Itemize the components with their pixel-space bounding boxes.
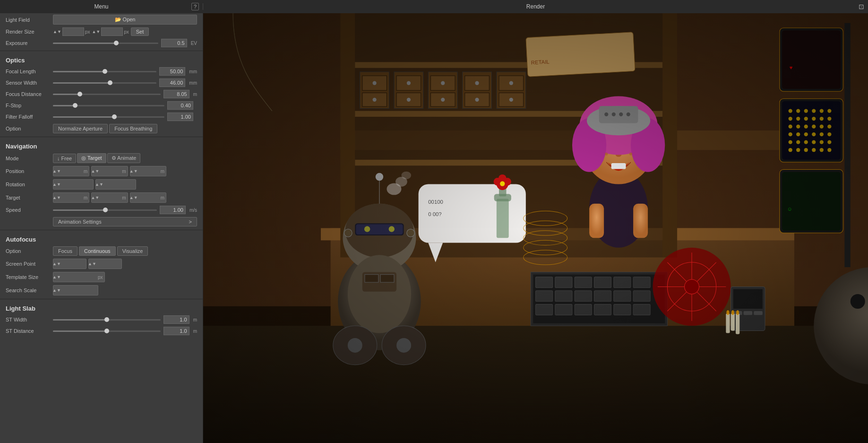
rotation-y-down[interactable]: ▲▼	[96, 180, 103, 189]
free-mode-button[interactable]: ↓ Free	[53, 154, 76, 163]
rotation-y-input[interactable]: 0.0	[103, 182, 136, 187]
rotation-x-down[interactable]: ▲▼	[53, 180, 60, 189]
target-z-down[interactable]: ▲▼	[130, 193, 137, 202]
fstop-slider-wrap: 0.40	[53, 101, 197, 110]
target-y-down[interactable]: ▲▼	[92, 193, 98, 202]
animate-mode-button[interactable]: ⚙ Animate	[107, 153, 141, 163]
screen-point-y-input[interactable]: 0.61	[95, 261, 121, 267]
focus-distance-label: Focus Distance	[6, 91, 53, 97]
screen-point-row: Screen Point ▲▼ 0.59 ▲▼ 0.61	[0, 257, 203, 270]
focal-length-unit: mm	[189, 69, 197, 74]
position-z-down[interactable]: ▲▼	[130, 166, 137, 176]
help-button[interactable]: ?	[191, 3, 199, 10]
focal-length-value[interactable]: 50.00	[159, 67, 185, 76]
exposure-slider[interactable]	[53, 43, 158, 44]
target-y-wrap: ▲▼ 0.000 m	[91, 192, 128, 203]
focus-button[interactable]: Focus	[53, 246, 77, 256]
focus-distance-slider[interactable]	[53, 94, 161, 95]
position-label: Position	[6, 168, 53, 174]
screen-point-label: Screen Point	[6, 261, 53, 267]
render-height-input[interactable]: 680	[101, 27, 123, 36]
height-unit: px	[124, 29, 129, 35]
ts-btn[interactable]: ▲▼	[53, 272, 60, 282]
optics-option-label: Option	[6, 126, 53, 131]
search-scale-wrap: ▲▼ 2.0	[53, 285, 98, 295]
speed-value[interactable]: 1.00	[160, 206, 186, 214]
template-size-input[interactable]: 64	[60, 274, 98, 280]
target-x-wrap: ▲▼ 0.000 m	[53, 192, 89, 203]
render-panel: RETAIL ♥	[203, 13, 868, 443]
st-width-value[interactable]: 1.0	[163, 315, 189, 324]
position-z-input[interactable]: 0.200	[137, 168, 161, 174]
position-x-down[interactable]: ▲▼	[53, 166, 60, 176]
st-width-slider-wrap: 1.0 m	[53, 315, 197, 324]
exposure-row: Exposure 0.5 EV	[0, 37, 203, 49]
speed-slider[interactable]	[53, 209, 157, 211]
position-y-input[interactable]: 0.000	[98, 168, 122, 174]
focal-length-row: Focal Length 50.00 mm	[0, 66, 203, 77]
filter-falloff-value[interactable]: 1.00	[167, 113, 193, 121]
height-spin-down[interactable]: ▲▼	[92, 29, 100, 34]
sp-x-btn[interactable]: ▲▼	[53, 259, 60, 269]
sp-y-btn[interactable]: ▲▼	[89, 259, 95, 269]
filter-falloff-slider[interactable]	[53, 116, 164, 118]
target-z-input[interactable]: -3.000	[137, 195, 161, 200]
fstop-value[interactable]: 0.40	[167, 101, 193, 110]
ss-btn[interactable]: ▲▼	[53, 286, 60, 295]
autofocus-option-group: Focus Continuous Visualize	[53, 246, 197, 256]
main-layout: Light Field 📂 Open Render Size ▲▼ 1020 p…	[0, 13, 868, 443]
st-distance-slider-wrap: 1.0 m	[53, 327, 197, 335]
rotation-y-wrap: ▲▼ 0.0	[95, 179, 136, 190]
st-distance-label: ST Distance	[6, 328, 53, 334]
position-y-down[interactable]: ▲▼	[92, 166, 98, 176]
st-distance-row: ST Distance 1.0 m	[0, 325, 203, 337]
position-z-unit: m	[161, 169, 166, 174]
focus-distance-value[interactable]: 8.05	[163, 90, 189, 98]
fstop-slider[interactable]	[53, 105, 164, 106]
st-distance-slider[interactable]	[53, 330, 161, 332]
visualize-button[interactable]: Visualize	[117, 246, 148, 256]
render-width-input[interactable]: 1020	[62, 27, 84, 36]
animation-settings-button[interactable]: Animation Settings >	[53, 217, 197, 226]
target-row: Target ▲▼ 0.000 m ▲▼ 0.000 m ▲▼ -3.000 m	[0, 191, 203, 204]
width-spin-down[interactable]: ▲▼	[53, 29, 61, 34]
navigation-header: Navigation	[0, 139, 203, 152]
nav-mode-group: ↓ Free ◎ Target ⚙ Animate	[53, 153, 197, 163]
exposure-value[interactable]: 0.5	[161, 39, 187, 47]
target-x-down[interactable]: ▲▼	[53, 193, 60, 202]
target-mode-button[interactable]: ◎ Target	[77, 153, 106, 163]
animation-settings-arrow: >	[189, 219, 192, 225]
sensor-width-value[interactable]: 46.00	[159, 78, 185, 87]
open-button[interactable]: 📂 Open	[53, 15, 197, 25]
normalize-aperture-button[interactable]: Normalize Aperture	[53, 124, 108, 133]
continuous-button[interactable]: Continuous	[79, 246, 116, 256]
focal-length-slider[interactable]	[53, 71, 156, 72]
sensor-width-label: Sensor Width	[6, 80, 53, 86]
rotation-x-input[interactable]: 0.0	[60, 182, 93, 187]
render-width-wrap: ▲▼ 1020 px	[53, 27, 90, 36]
focus-breathing-button[interactable]: Focus Breathing	[109, 124, 157, 133]
sensor-width-slider[interactable]	[53, 82, 156, 84]
autofocus-header: Autofocus	[0, 232, 203, 245]
screen-point-inputs: ▲▼ 0.59 ▲▼ 0.61	[53, 259, 197, 269]
speed-row: Speed 1.00 m/s	[0, 204, 203, 216]
search-scale-input[interactable]: 2.0	[60, 287, 98, 293]
optics-option-group: Normalize Aperture Focus Breathing	[53, 124, 197, 133]
autofocus-option-row: Option Focus Continuous Visualize	[0, 245, 203, 257]
position-x-input[interactable]: 0.000	[60, 168, 84, 174]
screen-point-x-input[interactable]: 0.59	[60, 261, 86, 267]
svg-rect-188	[203, 13, 868, 443]
set-button[interactable]: Set	[131, 27, 149, 36]
sensor-width-unit: mm	[189, 80, 197, 86]
anim-settings-content: Animation Settings >	[53, 217, 197, 226]
nav-mode-row: Mode ↓ Free ◎ Target ⚙ Animate	[0, 152, 203, 165]
sensor-width-slider-wrap: 46.00 mm	[53, 78, 197, 87]
position-z-wrap: ▲▼ 0.200 m	[130, 166, 166, 176]
position-row: Position ▲▼ 0.000 m ▲▼ 0.000 m ▲▼ 0.200 …	[0, 165, 203, 178]
st-distance-value[interactable]: 1.0	[163, 327, 189, 335]
st-width-slider[interactable]	[53, 319, 161, 321]
target-x-input[interactable]: 0.000	[60, 195, 84, 200]
target-y-input[interactable]: 0.000	[98, 195, 122, 200]
light-field-row: Light Field 📂 Open	[0, 13, 203, 26]
optics-option-row: Option Normalize Aperture Focus Breathin…	[0, 122, 203, 135]
